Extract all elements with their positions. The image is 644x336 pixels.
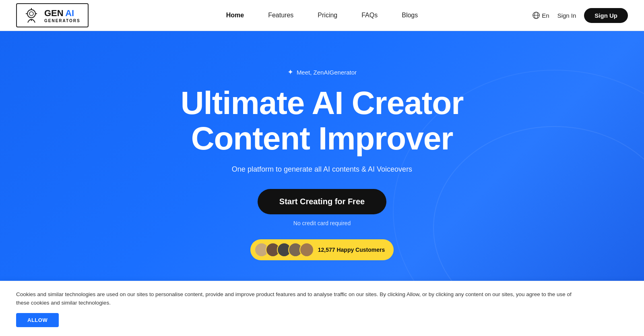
signup-button[interactable]: Sign Up bbox=[584, 8, 628, 23]
nav-features[interactable]: Features bbox=[268, 12, 293, 19]
logo-icon bbox=[23, 6, 40, 24]
svg-point-19 bbox=[304, 246, 309, 251]
svg-point-13 bbox=[270, 246, 275, 251]
hero-title: Ultimate AI Creator Content Improver bbox=[181, 85, 464, 156]
avatars-group bbox=[254, 243, 314, 257]
nav-right: En Sign In Sign Up bbox=[533, 8, 628, 23]
svg-point-15 bbox=[282, 246, 287, 251]
happy-customers-badge[interactable]: 12,577 Happy Customers bbox=[250, 239, 394, 260]
svg-point-14 bbox=[269, 251, 277, 256]
signin-button[interactable]: Sign In bbox=[557, 12, 576, 19]
nav-blogs[interactable]: Blogs bbox=[402, 12, 418, 19]
language-button[interactable]: En bbox=[533, 12, 549, 19]
nav-links: Home Features Pricing FAQs Blogs bbox=[226, 12, 418, 19]
nav-blogs-link[interactable]: Blogs bbox=[402, 12, 418, 19]
no-credit-card-text: No credit card required bbox=[293, 220, 351, 226]
nav-faqs[interactable]: FAQs bbox=[361, 12, 378, 19]
logo[interactable]: GEN AI GENERATORS bbox=[16, 3, 89, 27]
logo-sub: GENERATORS bbox=[44, 19, 80, 23]
logo-text: GEN AI GENERATORS bbox=[44, 8, 80, 23]
avatar-5 bbox=[299, 243, 314, 257]
svg-point-0 bbox=[27, 10, 35, 18]
svg-point-16 bbox=[280, 251, 288, 256]
logo-gen: GEN bbox=[44, 8, 64, 18]
allow-button[interactable]: ALLOW bbox=[16, 313, 59, 327]
happy-count-text: 12,577 Happy Customers bbox=[318, 247, 385, 253]
svg-point-1 bbox=[29, 12, 33, 16]
nav-home[interactable]: Home bbox=[226, 12, 244, 19]
cookie-banner: Cookies and similar technologies are use… bbox=[0, 281, 644, 336]
sparkle-icon: ✦ bbox=[287, 68, 293, 77]
cta-button[interactable]: Start Creating for Free bbox=[258, 189, 386, 214]
svg-point-11 bbox=[259, 246, 264, 251]
nav-faqs-link[interactable]: FAQs bbox=[361, 12, 378, 19]
hero-title-line1: Ultimate AI Creator bbox=[181, 85, 464, 121]
svg-point-12 bbox=[258, 251, 266, 256]
navbar: GEN AI GENERATORS Home Features Pricing … bbox=[0, 0, 644, 31]
globe-icon bbox=[533, 12, 540, 19]
svg-point-20 bbox=[303, 251, 311, 256]
hero-section: ✦ Meet, ZenAIGenerator Ultimate AI Creat… bbox=[0, 31, 644, 305]
svg-point-18 bbox=[291, 251, 299, 256]
lang-label: En bbox=[542, 12, 549, 19]
nav-features-link[interactable]: Features bbox=[268, 12, 293, 19]
nav-pricing-link[interactable]: Pricing bbox=[318, 12, 337, 19]
svg-line-7 bbox=[34, 21, 35, 23]
hero-subtitle: One platform to generate all AI contents… bbox=[232, 165, 412, 174]
nav-home-link[interactable]: Home bbox=[226, 12, 244, 19]
svg-line-6 bbox=[28, 21, 29, 23]
hero-title-line2: Content Improver bbox=[191, 120, 453, 156]
logo-ai: AI bbox=[65, 8, 74, 18]
hero-badge: ✦ Meet, ZenAIGenerator bbox=[287, 68, 357, 77]
cookie-text: Cookies and similar technologies are use… bbox=[16, 290, 580, 307]
nav-pricing[interactable]: Pricing bbox=[318, 12, 337, 19]
hero-badge-text: Meet, ZenAIGenerator bbox=[297, 69, 357, 76]
svg-point-17 bbox=[293, 246, 298, 251]
